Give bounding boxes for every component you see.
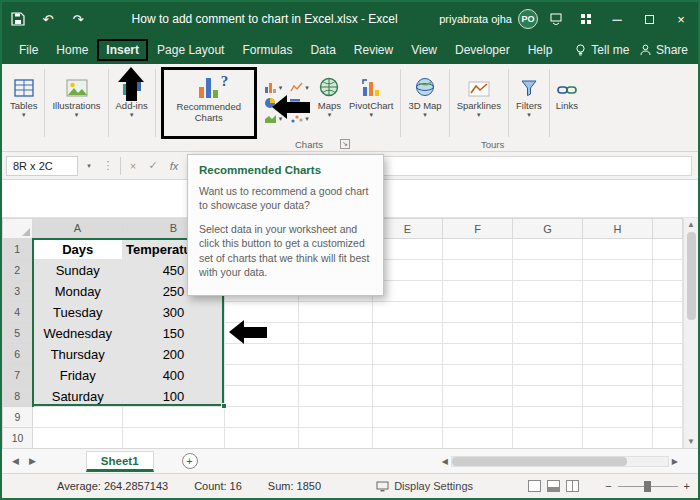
cell[interactable] bbox=[373, 365, 443, 386]
cell[interactable] bbox=[653, 302, 683, 323]
line-chart-button[interactable]: ▾ bbox=[290, 82, 309, 93]
tab-review[interactable]: Review bbox=[345, 39, 402, 61]
cell[interactable] bbox=[653, 407, 683, 428]
pivotchart-button[interactable]: PivotChart ▾ bbox=[345, 67, 397, 139]
cell[interactable] bbox=[583, 386, 653, 407]
cell[interactable] bbox=[513, 281, 583, 302]
cell[interactable] bbox=[373, 428, 443, 449]
cell[interactable] bbox=[513, 344, 583, 365]
sparklines-button[interactable]: Sparklines ▾ bbox=[453, 67, 505, 139]
cell[interactable] bbox=[583, 344, 653, 365]
cell[interactable] bbox=[443, 386, 513, 407]
cell[interactable] bbox=[653, 260, 683, 281]
undo-icon[interactable]: ↶ bbox=[36, 7, 60, 31]
cell[interactable] bbox=[583, 407, 653, 428]
column-header-F[interactable]: F bbox=[443, 219, 513, 239]
avatar[interactable]: PO bbox=[518, 9, 538, 29]
3d-map-button[interactable]: 3D Map ▾ bbox=[404, 67, 445, 139]
cell[interactable] bbox=[299, 323, 373, 344]
cell[interactable] bbox=[653, 344, 683, 365]
tables-button[interactable]: Tables ▾ bbox=[6, 67, 41, 139]
cell[interactable] bbox=[225, 407, 299, 428]
sheet-nav-right-icon[interactable]: ▶ bbox=[29, 456, 36, 466]
tab-file[interactable]: File bbox=[10, 39, 47, 61]
cell[interactable] bbox=[513, 323, 583, 344]
row-header-9[interactable]: 9 bbox=[3, 407, 33, 428]
cell[interactable] bbox=[583, 281, 653, 302]
cell[interactable] bbox=[225, 428, 299, 449]
zoom-slider[interactable] bbox=[618, 486, 678, 487]
cell[interactable] bbox=[443, 239, 513, 260]
sheet-nav-left-icon[interactable]: ◀ bbox=[12, 456, 19, 466]
row-header-4[interactable]: 4 bbox=[3, 302, 33, 323]
save-icon[interactable] bbox=[6, 7, 30, 31]
cell[interactable] bbox=[443, 281, 513, 302]
cell[interactable] bbox=[443, 302, 513, 323]
charts-dialog-launcher-icon[interactable]: ↘ bbox=[340, 139, 350, 149]
share-button[interactable]: Share bbox=[640, 43, 688, 57]
cell-A8[interactable]: Saturday bbox=[33, 386, 123, 407]
horizontal-scroll-thumb[interactable] bbox=[452, 457, 627, 466]
cell-B4[interactable]: 300 bbox=[123, 302, 225, 323]
cell[interactable] bbox=[583, 239, 653, 260]
cell-B6[interactable]: 200 bbox=[123, 344, 225, 365]
tab-data[interactable]: Data bbox=[301, 39, 344, 61]
zoom-slider-thumb[interactable] bbox=[644, 481, 651, 492]
cell[interactable] bbox=[225, 344, 299, 365]
cell[interactable] bbox=[583, 302, 653, 323]
cell[interactable] bbox=[33, 407, 123, 428]
cell[interactable] bbox=[373, 302, 443, 323]
row-header-8[interactable]: 8 bbox=[3, 386, 33, 407]
name-box[interactable]: 8R x 2C bbox=[6, 156, 78, 176]
cell[interactable] bbox=[653, 323, 683, 344]
cell[interactable] bbox=[443, 365, 513, 386]
scroll-down-icon[interactable]: ▼ bbox=[687, 437, 695, 446]
sheet-tab-sheet1[interactable]: Sheet1 bbox=[86, 451, 154, 472]
vertical-scrollbar[interactable]: ▲ ▼ bbox=[683, 218, 698, 448]
page-layout-view-icon[interactable] bbox=[547, 480, 560, 492]
cell[interactable] bbox=[373, 386, 443, 407]
tab-formulas[interactable]: Formulas bbox=[233, 39, 301, 61]
tab-home[interactable]: Home bbox=[47, 39, 97, 61]
cell[interactable] bbox=[513, 302, 583, 323]
column-header-partial[interactable] bbox=[653, 219, 683, 239]
cell[interactable] bbox=[33, 428, 123, 449]
cell[interactable] bbox=[123, 428, 225, 449]
cell[interactable] bbox=[583, 365, 653, 386]
cell[interactable] bbox=[653, 281, 683, 302]
tab-insert[interactable]: Insert bbox=[97, 39, 148, 61]
cell-B8[interactable]: 100 bbox=[123, 386, 225, 407]
cell[interactable] bbox=[299, 386, 373, 407]
cell[interactable] bbox=[513, 428, 583, 449]
display-settings-button[interactable]: Display Settings bbox=[376, 480, 473, 492]
cell[interactable] bbox=[299, 302, 373, 323]
recommended-charts-button[interactable]: ? Recommended Charts bbox=[161, 67, 257, 139]
cell[interactable] bbox=[299, 407, 373, 428]
cell[interactable] bbox=[373, 323, 443, 344]
row-header-3[interactable]: 3 bbox=[3, 281, 33, 302]
row-header-5[interactable]: 5 bbox=[3, 323, 33, 344]
select-all-corner[interactable] bbox=[3, 219, 33, 239]
row-header-1[interactable]: 1 bbox=[3, 239, 33, 260]
cell-A2[interactable]: Sunday bbox=[33, 260, 123, 281]
maps-button[interactable]: Maps ▾ bbox=[314, 67, 345, 139]
cell[interactable] bbox=[443, 407, 513, 428]
cell[interactable] bbox=[513, 386, 583, 407]
links-button[interactable]: Links bbox=[553, 67, 581, 139]
cell-B5[interactable]: 150 bbox=[123, 323, 225, 344]
enter-icon[interactable]: ✓ bbox=[145, 159, 161, 172]
maximize-button[interactable] bbox=[636, 6, 662, 32]
cell[interactable] bbox=[583, 323, 653, 344]
illustrations-button[interactable]: Illustrations ▾ bbox=[48, 67, 104, 139]
cell[interactable] bbox=[225, 386, 299, 407]
page-break-view-icon[interactable] bbox=[566, 480, 579, 492]
cell[interactable] bbox=[653, 365, 683, 386]
cell[interactable] bbox=[513, 407, 583, 428]
insert-function-icon[interactable]: fx bbox=[165, 160, 183, 172]
cell[interactable] bbox=[513, 239, 583, 260]
cancel-icon[interactable]: × bbox=[125, 160, 141, 172]
cell[interactable] bbox=[443, 344, 513, 365]
scroll-up-icon[interactable]: ▲ bbox=[687, 220, 695, 229]
cell[interactable] bbox=[653, 239, 683, 260]
cell[interactable] bbox=[299, 428, 373, 449]
